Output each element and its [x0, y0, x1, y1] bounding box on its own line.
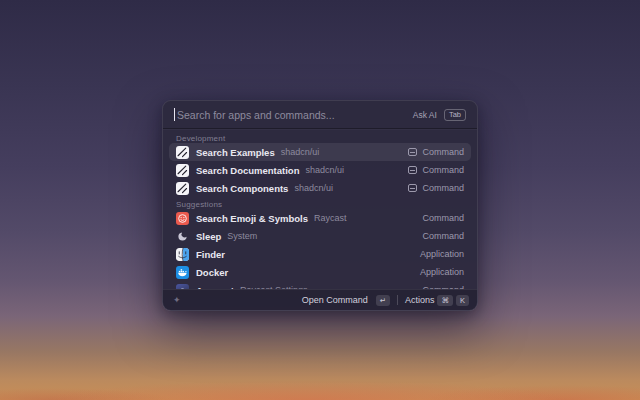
command-palette-window: Ask AI Tab Development Search Examplessh… [162, 100, 478, 311]
item-type-label: Command [422, 213, 464, 223]
command-window-icon [408, 166, 417, 174]
emoji-smiley-icon [176, 212, 189, 225]
command-window-icon [408, 148, 417, 156]
footer-bar: ✦ Open Command ↵ Actions ⌘ K [163, 289, 477, 310]
docker-whale-icon [176, 266, 189, 279]
item-subtitle: shadcn/ui [294, 183, 333, 193]
tab-key-badge: Tab [444, 109, 466, 121]
list-item[interactable]: Search Examplesshadcn/uiCommand [169, 143, 471, 161]
list-item[interactable]: Search Emoji & SymbolsRaycastCommand [169, 209, 471, 227]
list-item[interactable]: SleepSystemCommand [169, 227, 471, 245]
text-caret [174, 108, 175, 121]
enter-key-badge: ↵ [376, 295, 390, 306]
list-item[interactable]: Search Documentationshadcn/uiCommand [169, 161, 471, 179]
item-type-label: Command [422, 165, 464, 175]
item-title: Search Documentation [196, 165, 299, 176]
list-item[interactable]: AccountRaycast SettingsCommand [169, 281, 471, 289]
search-input[interactable] [177, 109, 413, 121]
item-title: Search Examples [196, 147, 275, 158]
command-window-icon [408, 184, 417, 192]
results-list: Development Search Examplesshadcn/uiComm… [163, 129, 477, 289]
list-item[interactable]: DockerApplication [169, 263, 471, 281]
section-header: Development [169, 131, 471, 143]
open-command-button[interactable]: Open Command [302, 295, 368, 305]
item-title: Sleep [196, 231, 221, 242]
item-title: Search Components [196, 183, 288, 194]
ask-ai-label[interactable]: Ask AI [413, 110, 437, 120]
actions-button[interactable]: Actions [405, 295, 435, 305]
list-item[interactable]: Search Componentsshadcn/uiCommand [169, 179, 471, 197]
item-type-label: Command [422, 183, 464, 193]
item-subtitle: shadcn/ui [281, 147, 320, 157]
item-title: Search Emoji & Symbols [196, 213, 308, 224]
item-subtitle: shadcn/ui [305, 165, 344, 175]
item-subtitle: Raycast [314, 213, 347, 223]
item-type-label: Command [422, 231, 464, 241]
shadcn-icon [176, 182, 189, 195]
finder-icon [176, 248, 189, 261]
cmd-key-badge: ⌘ [437, 295, 453, 306]
search-bar: Ask AI Tab [163, 101, 477, 129]
item-type-label: Command [422, 147, 464, 157]
section-header: Suggestions [169, 197, 471, 209]
shadcn-icon [176, 146, 189, 159]
item-subtitle: System [227, 231, 257, 241]
moon-sleep-icon [176, 230, 189, 243]
item-title: Finder [196, 249, 225, 260]
item-title: Docker [196, 267, 228, 278]
raycast-logo-icon: ✦ [173, 295, 181, 305]
footer-divider [397, 295, 398, 305]
k-key-badge: K [456, 295, 469, 306]
shadcn-icon [176, 164, 189, 177]
list-item[interactable]: FinderApplication [169, 245, 471, 263]
item-type-label: Application [420, 267, 464, 277]
item-type-label: Application [420, 249, 464, 259]
desktop-background: Ask AI Tab Development Search Examplessh… [0, 0, 640, 400]
